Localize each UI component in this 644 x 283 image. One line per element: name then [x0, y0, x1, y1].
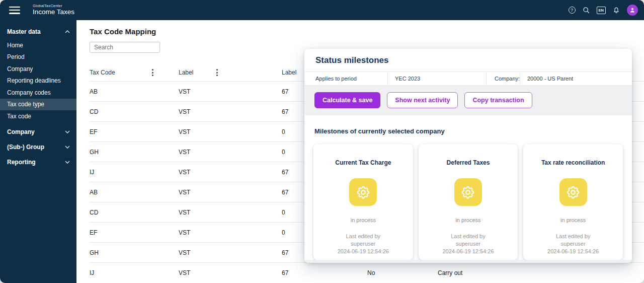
- milestone-card-tax-rate-reconciliation[interactable]: Tax rate reconciliation in process Last …: [523, 144, 623, 260]
- cell-col4: No: [367, 269, 438, 276]
- milestones-section-title: Milestones of currently selected company: [314, 127, 622, 135]
- cell-tax-code: EF: [90, 229, 179, 236]
- status-milestones-dialog: Status milestones Applies to period YEC …: [304, 49, 632, 263]
- search-input[interactable]: [90, 42, 160, 53]
- sidebar-section-sub-group[interactable]: (Sub-) Group: [0, 139, 76, 155]
- user-avatar[interactable]: [627, 5, 638, 16]
- notifications-bell-icon[interactable]: [612, 6, 620, 14]
- dialog-context-row: Applies to period YEC 2023 Company: 2000…: [304, 72, 632, 86]
- cell-tax-code: IJ: [90, 169, 179, 176]
- help-icon[interactable]: ?: [569, 7, 576, 14]
- sidebar-item[interactable]: Tax code type: [0, 99, 76, 111]
- cell-label: VST: [179, 169, 282, 176]
- sidebar-section-reporting[interactable]: Reporting: [0, 155, 76, 170]
- app-title: Income Taxes: [33, 9, 74, 16]
- gear-status-icon[interactable]: [349, 178, 377, 206]
- cell-label: VST: [179, 88, 282, 95]
- sidebar-item[interactable]: Company codes: [0, 87, 76, 99]
- chevron-down-icon: [65, 130, 70, 133]
- column-header-label-1[interactable]: Label: [179, 69, 193, 76]
- page-title: Tax Code Mapping: [90, 27, 644, 36]
- company-label: Company:: [487, 72, 520, 85]
- person-icon: [629, 7, 636, 14]
- cell-label: VST: [179, 249, 282, 256]
- top-bar: GlobalTaxCenter Income Taxes ? EN: [0, 0, 644, 20]
- sidebar-item[interactable]: Tax code: [0, 110, 76, 122]
- gear-status-icon[interactable]: [454, 178, 482, 206]
- search-icon[interactable]: [582, 6, 590, 14]
- dialog-footer: [304, 260, 632, 263]
- sidebar-item[interactable]: Period: [0, 51, 76, 63]
- column-header-label-2[interactable]: Label: [282, 69, 296, 76]
- brand: GlobalTaxCenter Income Taxes: [33, 4, 74, 16]
- language-badge[interactable]: EN: [597, 7, 606, 14]
- milestone-edited-info: Last edited by superuser 2024-06-19 12:5…: [424, 233, 513, 255]
- company-value[interactable]: 20000 - US Parent: [520, 72, 632, 85]
- cell-tax-code: CD: [90, 209, 179, 216]
- sidebar-item[interactable]: Reporting deadlines: [0, 75, 76, 87]
- cell-label: VST: [179, 149, 282, 156]
- calculate-save-button[interactable]: Calculate & save: [314, 92, 380, 108]
- milestone-title: Current Tax Charge: [318, 159, 408, 166]
- milestone-status: in process: [528, 217, 618, 223]
- column-header-tax-code[interactable]: Tax Code: [90, 69, 115, 76]
- sidebar-section-company[interactable]: Company: [0, 124, 76, 139]
- cell-label: VST: [179, 209, 282, 216]
- cell-tax-code: CD: [90, 108, 179, 115]
- top-icon-group: ? EN: [569, 5, 638, 16]
- copy-transaction-button[interactable]: Copy transaction: [464, 92, 532, 108]
- cell-label: VST: [179, 269, 282, 276]
- app-window: GlobalTaxCenter Income Taxes ? EN Master…: [0, 0, 644, 283]
- sidebar-items: Home Period Company Reporting deadlines …: [0, 39, 76, 122]
- dialog-actions: Calculate & save Show next activity Copy…: [304, 86, 632, 115]
- cell-col5: Carry out: [438, 269, 644, 276]
- chevron-down-icon: [65, 161, 70, 164]
- period-label: Applies to period: [304, 72, 388, 85]
- milestone-cards: Current Tax Charge in process Last edite…: [313, 144, 623, 260]
- milestone-status: in process: [318, 217, 408, 223]
- gear-status-icon[interactable]: [559, 178, 587, 206]
- milestone-edited-info: Last edited by superuser 2024-06-19 12:5…: [528, 233, 618, 255]
- cell-label: VST: [179, 229, 282, 236]
- menu-icon[interactable]: [9, 7, 20, 14]
- dialog-title: Status milestones: [304, 49, 632, 72]
- dialog-body: Milestones of currently selected company…: [304, 115, 632, 260]
- column-menu-icon[interactable]: [152, 69, 153, 76]
- sidebar-item[interactable]: Home: [0, 39, 76, 51]
- milestone-card-deferred-taxes[interactable]: Deferred Taxes in process Last edited by…: [419, 144, 518, 260]
- sidebar-section-master-data[interactable]: Master data: [0, 24, 76, 39]
- cell-label: VST: [179, 128, 282, 135]
- milestone-edited-info: Last edited by superuser 2024-06-19 12:5…: [318, 233, 408, 255]
- show-next-activity-button[interactable]: Show next activity: [387, 92, 458, 108]
- cell-tax-code: EF: [90, 128, 179, 135]
- chevron-down-icon: [65, 146, 70, 149]
- column-menu-icon[interactable]: [216, 69, 218, 76]
- sidebar-item[interactable]: Company: [0, 63, 76, 75]
- cell-tax-code: AB: [90, 88, 179, 95]
- cell-tax-code: IJ: [90, 269, 179, 276]
- milestone-card-current-tax-charge[interactable]: Current Tax Charge in process Last edite…: [313, 144, 413, 260]
- cell-value: 67: [282, 269, 367, 276]
- period-value[interactable]: YEC 2023: [388, 72, 487, 85]
- cell-label: VST: [179, 108, 282, 115]
- milestone-title: Deferred Taxes: [424, 159, 513, 166]
- sidebar: Master data Home Period Company Reportin…: [0, 20, 76, 283]
- cell-label: VST: [179, 189, 282, 196]
- chevron-up-icon: [65, 30, 70, 33]
- cell-tax-code: AB: [90, 189, 179, 196]
- cell-tax-code: GH: [90, 249, 179, 256]
- cell-tax-code: GH: [90, 149, 179, 156]
- table-row[interactable]: IJ VST 67 No Carry out: [90, 262, 644, 282]
- milestone-title: Tax rate reconciliation: [528, 159, 618, 166]
- milestone-status: in process: [424, 217, 513, 223]
